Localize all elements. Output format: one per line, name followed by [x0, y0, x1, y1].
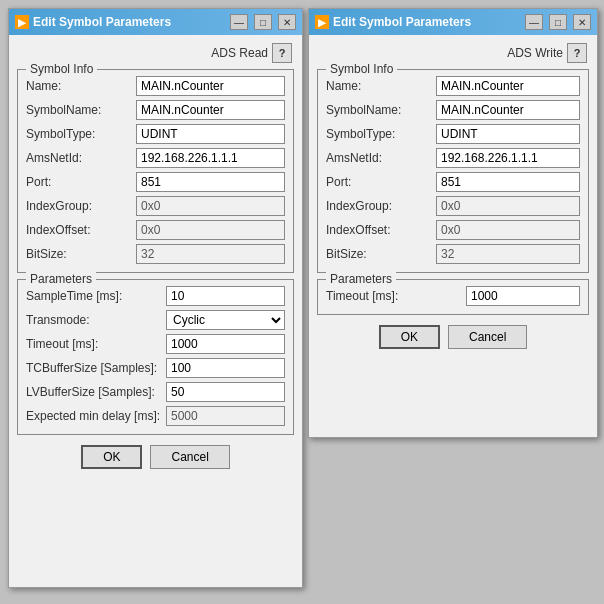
right-maximize-button[interactable]: □	[549, 14, 567, 30]
left-dialog: ▶ Edit Symbol Parameters — □ ✕ ADS Read …	[8, 8, 303, 588]
right-title-bar: ▶ Edit Symbol Parameters — □ ✕	[309, 9, 597, 35]
left-symbolname-label: SymbolName:	[26, 103, 136, 117]
right-dialog-title: Edit Symbol Parameters	[333, 15, 519, 29]
left-name-row: Name:	[26, 76, 285, 96]
left-timeout-label: Timeout [ms]:	[26, 337, 166, 351]
right-symbol-info-section: Symbol Info Name: SymbolName: SymbolType…	[317, 69, 589, 273]
left-indexgroup-input	[136, 196, 285, 216]
right-indexgroup-input	[436, 196, 580, 216]
right-bitsize-label: BitSize:	[326, 247, 436, 261]
left-parameters-section: Parameters SampleTime [ms]: Transmode: C…	[17, 279, 294, 435]
right-indexgroup-label: IndexGroup:	[326, 199, 436, 213]
right-name-label: Name:	[326, 79, 436, 93]
right-indexoffset-input	[436, 220, 580, 240]
left-mindelay-input	[166, 406, 285, 426]
left-bitsize-row: BitSize:	[26, 244, 285, 264]
left-timeout-input[interactable]	[166, 334, 285, 354]
left-symboltype-row: SymbolType:	[26, 124, 285, 144]
left-lvbuffersize-label: LVBufferSize [Samples]:	[26, 385, 166, 399]
right-symboltype-row: SymbolType:	[326, 124, 580, 144]
left-buttons-row: OK Cancel	[17, 445, 294, 469]
right-symboltype-label: SymbolType:	[326, 127, 436, 141]
left-amsnetid-row: AmsNetId:	[26, 148, 285, 168]
right-symbolname-row: SymbolName:	[326, 100, 580, 120]
right-symboltype-input[interactable]	[436, 124, 580, 144]
right-parameters-legend: Parameters	[326, 272, 396, 286]
left-tcbuffersize-input[interactable]	[166, 358, 285, 378]
left-symbolname-row: SymbolName:	[26, 100, 285, 120]
left-tcbuffersize-label: TCBufferSize [Samples]:	[26, 361, 166, 375]
left-dialog-title: Edit Symbol Parameters	[33, 15, 224, 29]
right-dialog: ▶ Edit Symbol Parameters — □ ✕ ADS Write…	[308, 8, 598, 438]
left-port-row: Port:	[26, 172, 285, 192]
right-timeout-row: Timeout [ms]:	[326, 286, 580, 306]
right-port-row: Port:	[326, 172, 580, 192]
left-dialog-icon: ▶	[15, 15, 29, 29]
left-cancel-button[interactable]: Cancel	[150, 445, 229, 469]
right-symbolname-input[interactable]	[436, 100, 580, 120]
right-mode-row: ADS Write ?	[317, 43, 589, 63]
right-name-row: Name:	[326, 76, 580, 96]
right-timeout-label: Timeout [ms]:	[326, 289, 466, 303]
left-transmode-select[interactable]: Cyclic On Change On Demand	[166, 310, 285, 330]
left-indexoffset-label: IndexOffset:	[26, 223, 136, 237]
right-buttons-row: OK Cancel	[317, 325, 589, 349]
right-cancel-button[interactable]: Cancel	[448, 325, 527, 349]
left-symboltype-input[interactable]	[136, 124, 285, 144]
right-indexoffset-row: IndexOffset:	[326, 220, 580, 240]
left-title-bar: ▶ Edit Symbol Parameters — □ ✕	[9, 9, 302, 35]
right-close-button[interactable]: ✕	[573, 14, 591, 30]
left-name-input[interactable]	[136, 76, 285, 96]
left-symbolname-input[interactable]	[136, 100, 285, 120]
left-dialog-content: ADS Read ? Symbol Info Name: SymbolName:…	[9, 35, 302, 587]
left-port-input[interactable]	[136, 172, 285, 192]
left-amsnetid-label: AmsNetId:	[26, 151, 136, 165]
right-indexgroup-row: IndexGroup:	[326, 196, 580, 216]
left-amsnetid-input[interactable]	[136, 148, 285, 168]
left-indexgroup-label: IndexGroup:	[26, 199, 136, 213]
left-ok-button[interactable]: OK	[81, 445, 142, 469]
left-lvbuffersize-row: LVBufferSize [Samples]:	[26, 382, 285, 402]
left-symboltype-label: SymbolType:	[26, 127, 136, 141]
right-timeout-input[interactable]	[466, 286, 580, 306]
left-close-button[interactable]: ✕	[278, 14, 296, 30]
left-transmode-row: Transmode: Cyclic On Change On Demand	[26, 310, 285, 330]
left-minimize-button[interactable]: —	[230, 14, 248, 30]
right-symbolname-label: SymbolName:	[326, 103, 436, 117]
left-bitsize-input	[136, 244, 285, 264]
left-indexoffset-input	[136, 220, 285, 240]
left-lvbuffersize-input[interactable]	[166, 382, 285, 402]
left-mode-row: ADS Read ?	[17, 43, 294, 63]
right-ok-button[interactable]: OK	[379, 325, 440, 349]
right-indexoffset-label: IndexOffset:	[326, 223, 436, 237]
right-help-button[interactable]: ?	[567, 43, 587, 63]
right-port-label: Port:	[326, 175, 436, 189]
left-sampletime-label: SampleTime [ms]:	[26, 289, 166, 303]
left-name-label: Name:	[26, 79, 136, 93]
left-symbol-info-legend: Symbol Info	[26, 62, 97, 76]
right-parameters-section: Parameters Timeout [ms]:	[317, 279, 589, 315]
left-tcbuffersize-row: TCBufferSize [Samples]:	[26, 358, 285, 378]
right-amsnetid-row: AmsNetId:	[326, 148, 580, 168]
left-help-button[interactable]: ?	[272, 43, 292, 63]
right-bitsize-input	[436, 244, 580, 264]
left-maximize-button[interactable]: □	[254, 14, 272, 30]
right-amsnetid-input[interactable]	[436, 148, 580, 168]
left-symbol-info-section: Symbol Info Name: SymbolName: SymbolType…	[17, 69, 294, 273]
right-amsnetid-label: AmsNetId:	[326, 151, 436, 165]
left-indexgroup-row: IndexGroup:	[26, 196, 285, 216]
right-port-input[interactable]	[436, 172, 580, 192]
right-minimize-button[interactable]: —	[525, 14, 543, 30]
left-timeout-row: Timeout [ms]:	[26, 334, 285, 354]
right-dialog-icon: ▶	[315, 15, 329, 29]
right-dialog-content: ADS Write ? Symbol Info Name: SymbolName…	[309, 35, 597, 437]
right-symbol-info-legend: Symbol Info	[326, 62, 397, 76]
left-sampletime-input[interactable]	[166, 286, 285, 306]
left-indexoffset-row: IndexOffset:	[26, 220, 285, 240]
left-mindelay-row: Expected min delay [ms]:	[26, 406, 285, 426]
right-name-input[interactable]	[436, 76, 580, 96]
left-sampletime-row: SampleTime [ms]:	[26, 286, 285, 306]
left-mode-label: ADS Read	[211, 46, 268, 60]
left-parameters-legend: Parameters	[26, 272, 96, 286]
left-port-label: Port:	[26, 175, 136, 189]
